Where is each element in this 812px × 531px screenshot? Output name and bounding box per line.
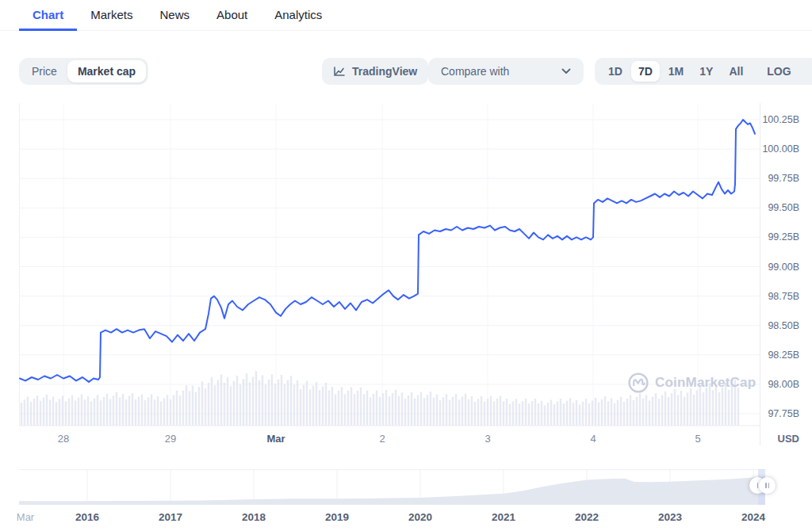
log-scale-button[interactable]: LOG — [760, 61, 798, 82]
tab-markets[interactable]: Markets — [77, 0, 146, 30]
minimap-year-label: Mar — [2, 511, 49, 523]
y-axis-label: 98.00B — [760, 379, 799, 390]
tab-analytics[interactable]: Analytics — [261, 0, 335, 30]
minimap-year-label: 2020 — [396, 511, 444, 523]
tab-about[interactable]: About — [203, 0, 261, 30]
coinmarketcap-chart-page: Chart Markets News About Analytics Price… — [0, 0, 812, 531]
range-1d-button[interactable]: 1D — [601, 61, 630, 82]
tab-chart[interactable]: Chart — [19, 0, 77, 30]
minimap-year-label: 2024 — [730, 511, 777, 523]
volume-bars — [21, 371, 739, 425]
range-1y-button[interactable]: 1Y — [692, 61, 720, 82]
main-chart[interactable] — [19, 103, 760, 426]
tradingview-button[interactable]: TradingView — [322, 58, 428, 85]
toggle-option-market-cap[interactable]: Market cap — [67, 60, 146, 82]
minimap-year-label: 2017 — [147, 511, 194, 523]
range-selector: 1D 7D 1M 1Y All LOG — [595, 58, 812, 85]
y-axis-unit-label: USD — [760, 433, 799, 445]
tradingview-label: TradingView — [352, 65, 417, 78]
y-axis-label: 100.25B — [760, 114, 799, 125]
axis-separator — [760, 103, 760, 445]
y-axis-label: 100.00B — [760, 143, 799, 155]
x-axis-label: Mar — [252, 433, 300, 445]
y-axis-label: 99.75B — [760, 173, 799, 184]
y-axis-label: 98.75B — [760, 291, 799, 302]
minimap-year-label: 2023 — [646, 511, 694, 523]
minimap-year-label: 2016 — [63, 511, 111, 523]
minimap-year-label: 2018 — [230, 511, 278, 523]
range-all-button[interactable]: All — [722, 61, 750, 82]
minimap-right-handle[interactable] — [759, 477, 776, 494]
x-axis-label: 29 — [147, 433, 194, 445]
y-axis-label: 99.50B — [760, 202, 799, 213]
download-button[interactable] — [808, 61, 812, 82]
chevron-down-icon — [561, 68, 571, 74]
minimap-area — [19, 477, 765, 505]
x-axis-label: 2 — [358, 433, 406, 445]
minimap-year-label: 2022 — [563, 511, 611, 523]
range-7d-button[interactable]: 7D — [631, 61, 660, 82]
range-1m-button[interactable]: 1M — [661, 61, 691, 82]
x-axis-label: 3 — [464, 433, 511, 445]
x-axis-label: 28 — [40, 433, 87, 445]
tab-news[interactable]: News — [147, 0, 204, 30]
y-axis-label: 97.75B — [760, 408, 799, 419]
metric-toggle: Price Market cap — [19, 58, 148, 85]
y-axis-label: 99.00B — [760, 262, 799, 273]
handle-grip — [765, 483, 767, 488]
y-axis-label: 99.25B — [760, 231, 799, 243]
compare-with-label: Compare with — [441, 65, 509, 78]
minimap-year-label: 2021 — [480, 511, 527, 523]
timeline-minimap[interactable] — [19, 469, 765, 505]
minimap-year-label: 2019 — [313, 511, 361, 523]
handle-grip — [768, 483, 770, 488]
section-tabs: Chart Markets News About Analytics — [0, 0, 812, 31]
x-axis-label: 4 — [569, 433, 617, 445]
toggle-option-price[interactable]: Price — [21, 60, 67, 82]
compare-with-dropdown[interactable]: Compare with — [428, 58, 584, 85]
y-axis-label: 98.50B — [760, 320, 799, 331]
y-axis-label: 98.25B — [760, 350, 799, 361]
line-chart-icon — [333, 65, 346, 78]
x-axis-label: 5 — [674, 433, 722, 445]
market-cap-line — [20, 120, 755, 382]
